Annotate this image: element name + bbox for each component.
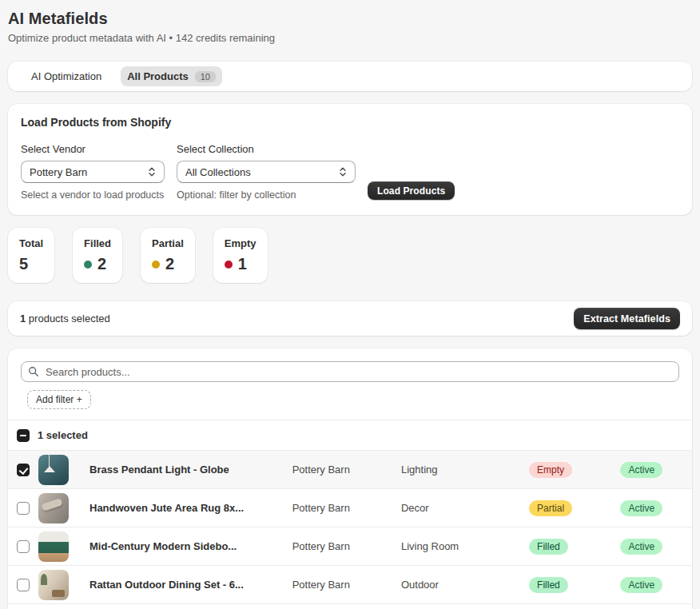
select-caret-icon <box>148 166 156 177</box>
product-thumbnail <box>38 570 69 600</box>
load-products-button[interactable]: Load Products <box>368 181 455 200</box>
vendor-select-value: Pottery Barn <box>30 166 87 178</box>
load-products-card: Load Products from Shopify Select Vendor… <box>8 104 692 215</box>
empty-status-dot <box>225 261 233 269</box>
extract-metafields-button[interactable]: Extract Metafields <box>574 308 680 329</box>
stat-card-partial: Partial 2 <box>141 228 195 283</box>
vendor-help-text: Select a vendor to load products <box>21 189 165 201</box>
select-all-checkbox[interactable] <box>17 429 30 442</box>
filled-status-dot <box>84 261 92 269</box>
stat-filled-label: Filled <box>84 237 111 249</box>
collection-help-text: Optional: filter by collection <box>177 189 356 201</box>
product-category: Outdoor <box>401 579 529 591</box>
product-vendor: Pottery Barn <box>292 464 401 476</box>
stat-partial-value: 2 <box>165 255 174 273</box>
product-status-badge: Active <box>620 500 662 516</box>
page-title: AI Metafields <box>8 10 692 28</box>
selection-count-label: products selected <box>29 312 110 324</box>
stat-card-filled: Filled 2 <box>73 228 122 283</box>
row-checkbox[interactable] <box>17 579 30 591</box>
product-name: Rattan Outdoor Dining Set - 6... <box>89 579 292 591</box>
vendor-field-group: Select Vendor Pottery Barn Select a vend… <box>21 143 165 201</box>
stat-empty-value: 1 <box>238 255 247 273</box>
selection-bar: 1 products selected Extract Metafields <box>8 301 692 336</box>
stat-card-empty: Empty 1 <box>213 228 268 283</box>
stat-empty-label: Empty <box>225 237 257 249</box>
select-all-row: 1 selected <box>8 420 692 451</box>
product-vendor: Pottery Barn <box>292 502 401 514</box>
add-filter-button[interactable]: Add filter + <box>27 390 91 409</box>
load-products-title: Load Products from Shopify <box>21 116 679 129</box>
stat-total-value: 5 <box>19 255 28 273</box>
select-caret-icon <box>339 166 347 177</box>
selection-count-text: 1 products selected <box>20 312 110 324</box>
row-checkbox[interactable] <box>17 502 30 515</box>
table-row[interactable]: Rattan Outdoor Dining Set - 6... Pottery… <box>8 566 692 604</box>
product-category: Lighting <box>401 464 529 476</box>
product-vendor: Pottery Barn <box>292 540 401 552</box>
product-status-badge: Active <box>620 577 662 593</box>
search-input[interactable] <box>21 361 679 382</box>
partial-status-dot <box>152 261 160 269</box>
metafield-status-badge: Filled <box>529 539 568 555</box>
tab-bar: AI Optimization All Products 10 <box>8 62 692 91</box>
search-icon <box>28 366 39 377</box>
collection-field-group: Select Collection All Collections Option… <box>177 143 356 201</box>
stat-card-total: Total 5 <box>8 228 54 283</box>
metafield-status-badge: Partial <box>529 500 572 516</box>
product-thumbnail <box>38 531 69 562</box>
selected-count-label: 1 selected <box>38 429 88 441</box>
tab-all-products[interactable]: All Products 10 <box>121 66 222 86</box>
table-row[interactable]: Handwoven Jute Area Rug 8x... Pottery Ba… <box>8 489 692 527</box>
row-checkbox[interactable] <box>17 464 30 476</box>
product-name: Handwoven Jute Area Rug 8x... <box>89 502 292 514</box>
tab-all-products-count-badge: 10 <box>195 71 216 82</box>
products-table-card: Add filter + 1 selected Brass Pendant Li… <box>8 348 692 609</box>
product-thumbnail <box>38 493 69 523</box>
product-status-badge: Active <box>620 462 662 478</box>
stats-row: Total 5 Filled 2 Partial 2 Empty 1 <box>8 228 692 283</box>
product-category: Living Room <box>401 540 529 552</box>
tab-all-products-label: All Products <box>127 70 189 82</box>
metafield-status-badge: Empty <box>529 462 572 478</box>
product-category: Decor <box>401 502 529 514</box>
product-name: Mid-Century Modern Sidebo... <box>89 540 292 552</box>
metafield-status-badge: Filled <box>529 577 568 593</box>
product-vendor: Pottery Barn <box>292 579 401 591</box>
vendor-select[interactable]: Pottery Barn <box>21 161 165 183</box>
product-thumbnail <box>38 455 69 485</box>
tab-ai-optimization[interactable]: AI Optimization <box>25 66 108 86</box>
selection-count: 1 <box>20 312 26 324</box>
product-status-badge: Active <box>620 539 662 555</box>
product-rows: Brass Pendant Light - Globe Pottery Barn… <box>8 451 692 604</box>
table-row[interactable]: Mid-Century Modern Sidebo... Pottery Bar… <box>8 527 692 566</box>
stat-total-label: Total <box>19 237 43 249</box>
page-subtitle: Optimize product metadata with AI • 142 … <box>8 32 692 44</box>
row-checkbox[interactable] <box>17 540 30 553</box>
vendor-label: Select Vendor <box>21 143 165 155</box>
stat-partial-label: Partial <box>152 237 184 249</box>
page-root: AI Metafields Optimize product metadata … <box>0 0 700 609</box>
stat-filled-value: 2 <box>97 255 106 273</box>
product-name: Brass Pendant Light - Globe <box>89 464 292 476</box>
collection-select[interactable]: All Collections <box>177 161 356 183</box>
collection-select-value: All Collections <box>185 166 251 178</box>
collection-label: Select Collection <box>177 143 356 155</box>
table-row[interactable]: Brass Pendant Light - Globe Pottery Barn… <box>8 451 692 489</box>
